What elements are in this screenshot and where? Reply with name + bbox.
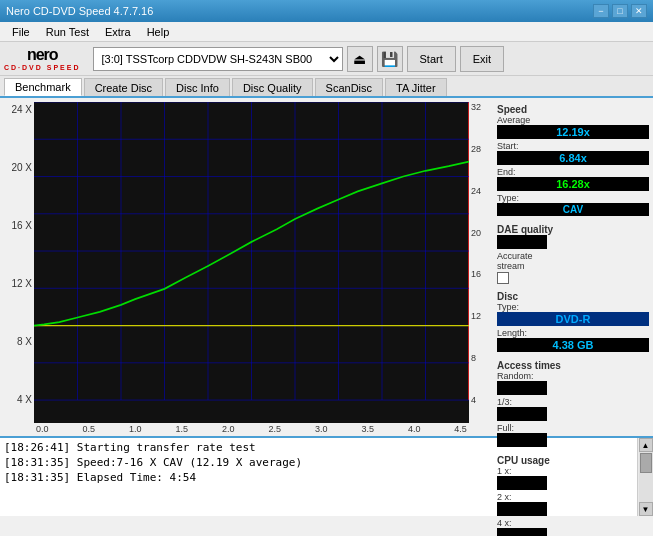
menu-bar: File Run Test Extra Help [0, 22, 653, 42]
speed-section: Speed Average 12.19x Start: 6.84x End: 1… [497, 102, 649, 218]
type-value: CAV [497, 203, 649, 216]
y-axis-left: 24 X 20 X 16 X 12 X 8 X 4 X [2, 102, 34, 423]
dae-section: DAE quality Accurate stream [497, 222, 649, 285]
tab-bar: Benchmark Create Disc Disc Info Disc Qua… [0, 76, 653, 98]
nero-logo: nero CD·DVD SPEED [4, 46, 81, 71]
nero-logo-sub: CD·DVD SPEED [4, 64, 81, 71]
app-title: Nero CD-DVD Speed 4.7.7.16 [6, 5, 153, 17]
tab-benchmark[interactable]: Benchmark [4, 78, 82, 96]
main-content: 24 X 20 X 16 X 12 X 8 X 4 X [0, 98, 653, 436]
log-content: [18:26:41] Starting transfer rate test [… [0, 438, 637, 516]
average-label: Average [497, 115, 649, 125]
menu-help[interactable]: Help [139, 24, 178, 40]
log-scrollbar: ▲ ▼ [637, 438, 653, 516]
accurate-stream-checkbox[interactable] [497, 272, 509, 284]
accurate-stream-row [497, 272, 649, 284]
random-value [497, 381, 547, 395]
scroll-track [639, 452, 653, 502]
access-section: Access times Random: 1/3: Full: [497, 358, 649, 449]
disc-length-label: Length: [497, 328, 649, 338]
tab-scandisc[interactable]: ScanDisc [315, 78, 383, 96]
one-third-value [497, 407, 547, 421]
disc-type-label: Type: [497, 302, 649, 312]
nero-logo-text: nero [27, 46, 58, 64]
chart-wrapper: 24 X 20 X 16 X 12 X 8 X 4 X [0, 98, 493, 436]
disc-title: Disc [497, 291, 649, 302]
tab-create-disc[interactable]: Create Disc [84, 78, 163, 96]
scroll-thumb[interactable] [640, 453, 652, 473]
tab-disc-quality[interactable]: Disc Quality [232, 78, 313, 96]
y-axis-right: 32 28 24 20 16 12 8 4 [469, 102, 491, 423]
dae-value-box [497, 235, 547, 249]
start-button[interactable]: Start [407, 46, 456, 72]
close-button[interactable]: ✕ [631, 4, 647, 18]
accurate-stream-label: Accurate stream [497, 251, 649, 271]
toolbar: nero CD·DVD SPEED [3:0] TSSTcorp CDDVDW … [0, 42, 653, 76]
scroll-down-button[interactable]: ▼ [639, 502, 653, 516]
type-label: Type: [497, 193, 649, 203]
end-label: End: [497, 167, 649, 177]
one-third-label: 1/3: [497, 397, 649, 407]
menu-extra[interactable]: Extra [97, 24, 139, 40]
speed-title: Speed [497, 104, 649, 115]
minimize-button[interactable]: − [593, 4, 609, 18]
menu-file[interactable]: File [4, 24, 38, 40]
start-value: 6.84x [497, 151, 649, 165]
disc-section: Disc Type: DVD-R Length: 4.38 GB [497, 289, 649, 354]
log-entry-2: [18:31:35] Speed:7-16 X CAV (12.19 X ave… [4, 455, 633, 470]
chart-area [34, 102, 469, 423]
disc-length-value: 4.38 GB [497, 338, 649, 352]
end-value: 16.28x [497, 177, 649, 191]
right-panel: Speed Average 12.19x Start: 6.84x End: 1… [493, 98, 653, 436]
access-title: Access times [497, 360, 649, 371]
stats-left-col: Speed Average 12.19x Start: 6.84x End: 1… [497, 102, 649, 354]
log-entry-3: [18:31:35] Elapsed Time: 4:54 [4, 470, 633, 485]
log-area: [18:26:41] Starting transfer rate test [… [0, 436, 653, 516]
menu-run-test[interactable]: Run Test [38, 24, 97, 40]
eject-button[interactable]: ⏏ [347, 46, 373, 72]
tab-disc-info[interactable]: Disc Info [165, 78, 230, 96]
title-bar-controls: − □ ✕ [593, 4, 647, 18]
chart-svg [34, 102, 469, 423]
disc-type-value: DVD-R [497, 312, 649, 326]
average-value: 12.19x [497, 125, 649, 139]
x-axis: 0.0 0.5 1.0 1.5 2.0 2.5 3.0 3.5 4.0 4.5 [2, 424, 491, 434]
save-button[interactable]: 💾 [377, 46, 403, 72]
title-bar: Nero CD-DVD Speed 4.7.7.16 − □ ✕ [0, 0, 653, 22]
log-entry-1: [18:26:41] Starting transfer rate test [4, 440, 633, 455]
tab-ta-jitter[interactable]: TA Jitter [385, 78, 447, 96]
random-label: Random: [497, 371, 649, 381]
x4-label: 4 x: [497, 518, 649, 528]
start-label: Start: [497, 141, 649, 151]
exit-button[interactable]: Exit [460, 46, 504, 72]
scroll-up-button[interactable]: ▲ [639, 438, 653, 452]
x4-value [497, 528, 547, 536]
maximize-button[interactable]: □ [612, 4, 628, 18]
drive-select[interactable]: [3:0] TSSTcorp CDDVDW SH-S243N SB00 [93, 47, 343, 71]
full-label: Full: [497, 423, 649, 433]
dae-title: DAE quality [497, 224, 649, 235]
